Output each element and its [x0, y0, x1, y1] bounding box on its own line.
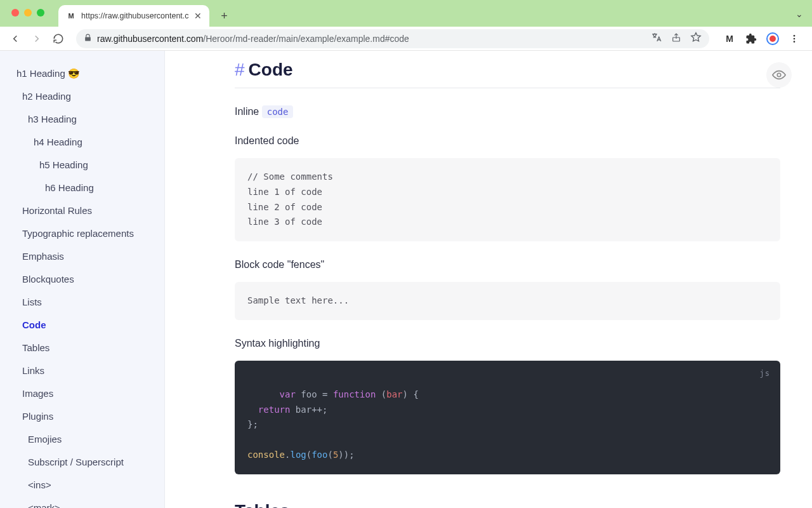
extension-icons: M: [719, 32, 804, 45]
bookmark-star-icon[interactable]: [690, 32, 702, 45]
minimize-window-button[interactable]: [24, 9, 32, 17]
toc-item[interactable]: h1 Heading 😎: [0, 62, 164, 85]
inline-code: code: [262, 105, 294, 118]
toc-item[interactable]: h4 Heading: [0, 131, 164, 154]
back-button[interactable]: [8, 31, 23, 46]
browser-tab[interactable]: M https://raw.githubusercontent.c ✕: [58, 5, 209, 27]
close-window-button[interactable]: [11, 9, 19, 17]
toc-item[interactable]: <ins>: [0, 474, 164, 497]
page-content: h1 Heading 😎h2 Headingh3 Headingh4 Headi…: [0, 51, 812, 508]
window-controls: [11, 9, 44, 17]
code-heading-text: Code: [249, 60, 293, 80]
profile-avatar-icon[interactable]: [766, 32, 779, 45]
browser-toolbar: raw.githubusercontent.com/Heroor/md-read…: [0, 27, 812, 51]
fences-code-block: Sample text here...: [235, 282, 780, 320]
tables-heading: Tables: [235, 501, 780, 508]
hash-anchor-icon[interactable]: #: [235, 60, 245, 80]
addressbar-actions: [651, 32, 702, 45]
toc-item[interactable]: h2 Heading: [0, 85, 164, 108]
indented-code-block: // Some comments line 1 of code line 2 o…: [235, 158, 780, 241]
tab-title: https://raw.githubusercontent.c: [81, 11, 189, 20]
toc-item[interactable]: h6 Heading: [0, 177, 164, 199]
reload-button[interactable]: [51, 31, 66, 46]
translate-icon[interactable]: [651, 32, 662, 45]
browser-menu-icon[interactable]: [788, 32, 801, 45]
fences-label: Block code "fences": [235, 259, 780, 271]
toc-item[interactable]: h3 Heading: [0, 108, 164, 131]
svg-point-3: [794, 41, 796, 43]
toc-item[interactable]: Plugins: [0, 405, 164, 428]
address-bar[interactable]: raw.githubusercontent.com/Heroor/md-read…: [76, 29, 709, 48]
svg-point-2: [794, 37, 796, 39]
toc-item[interactable]: Subscript / Superscript: [0, 451, 164, 474]
inline-code-para: Inline code: [235, 106, 780, 117]
browser-tabstrip: M https://raw.githubusercontent.c ✕ + ⌄: [0, 0, 812, 27]
new-tab-button[interactable]: +: [216, 7, 233, 25]
toc-item[interactable]: <mark>: [0, 497, 164, 508]
svg-point-1: [794, 35, 796, 37]
toc-item[interactable]: h5 Heading: [0, 154, 164, 177]
syntax-code-block: jsvar foo = function (bar) { return bar+…: [235, 361, 780, 474]
toc-item[interactable]: Tables: [0, 337, 164, 359]
tab-favicon: M: [66, 11, 76, 21]
main-content: # Code Inline code Indented code // Some…: [165, 51, 812, 508]
maximize-window-button[interactable]: [37, 9, 44, 17]
lock-icon: [84, 34, 92, 44]
toc-item[interactable]: Typographic replacements: [0, 222, 164, 245]
close-tab-icon[interactable]: ✕: [194, 11, 202, 21]
url-text: raw.githubusercontent.com/Heroor/md-read…: [97, 34, 409, 44]
code-lang-badge: js: [760, 367, 770, 380]
toc-item[interactable]: Lists: [0, 291, 164, 314]
forward-button[interactable]: [29, 31, 44, 46]
toc-item[interactable]: Blockquotes: [0, 268, 164, 291]
share-icon[interactable]: [671, 32, 681, 44]
toc-item[interactable]: Images: [0, 382, 164, 405]
toc-item[interactable]: Links: [0, 359, 164, 382]
indented-code-label: Indented code: [235, 135, 780, 147]
inline-label: Inline: [235, 106, 262, 117]
toc-item[interactable]: Horizontal Rules: [0, 199, 164, 222]
extension-m-icon[interactable]: M: [723, 32, 736, 45]
toc-item[interactable]: Emphasis: [0, 245, 164, 268]
toc-item[interactable]: Emojies: [0, 428, 164, 451]
extensions-puzzle-icon[interactable]: [745, 32, 757, 45]
code-heading: # Code: [235, 60, 780, 88]
tabs-overflow-icon[interactable]: ⌄: [796, 9, 803, 19]
syntax-label: Syntax highlighting: [235, 338, 780, 349]
svg-point-4: [777, 73, 781, 77]
preview-toggle-button[interactable]: [766, 62, 792, 88]
toc-item[interactable]: Code: [0, 314, 164, 337]
toc-sidebar: h1 Heading 😎h2 Headingh3 Headingh4 Headi…: [0, 51, 165, 508]
